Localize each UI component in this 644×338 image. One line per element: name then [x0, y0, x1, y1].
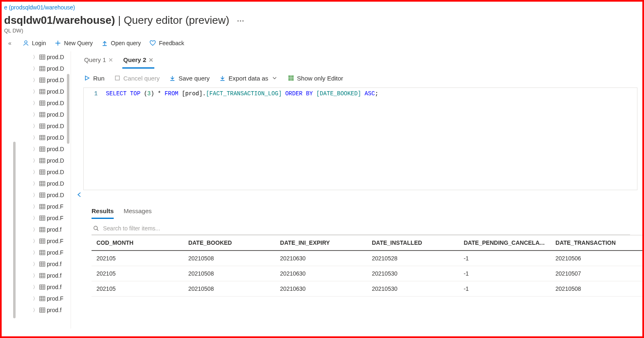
tree-item[interactable]: 〉prod.D	[33, 166, 71, 178]
chevron-right-icon: 〉	[33, 54, 38, 61]
tree-item[interactable]: 〉prod.D	[33, 143, 71, 155]
more-actions-button[interactable]: ⋯	[234, 16, 248, 25]
tree-item[interactable]: 〉prod.F	[33, 235, 71, 247]
tree-scrollbar[interactable]	[13, 142, 16, 318]
feedback-button[interactable]: Feedback	[149, 39, 184, 47]
tree-item[interactable]: 〉prod.D	[33, 63, 71, 74]
show-only-editor-button[interactable]: Show only Editor	[287, 74, 344, 82]
run-button[interactable]: Run	[83, 74, 105, 82]
tree-item[interactable]: 〉prod.D	[33, 86, 71, 97]
table-cell: -1	[459, 251, 551, 266]
column-header[interactable]: COD_MONTH	[92, 235, 183, 251]
query-tab-label: Query 1	[84, 56, 106, 63]
table-icon	[39, 262, 45, 267]
play-icon	[83, 74, 91, 82]
chevron-right-icon: 〉	[33, 123, 38, 130]
table-icon	[39, 124, 45, 129]
table-cell: 20210508	[183, 281, 275, 297]
tree-item-label: prod.D	[47, 77, 64, 83]
object-explorer: 〉prod.D〉prod.D〉prod.D〉prod.D〉prod.D〉prod…	[2, 51, 71, 329]
table-icon	[39, 55, 45, 60]
tree-item[interactable]: 〉prod.f	[33, 224, 71, 235]
tree-item[interactable]: 〉prod.F	[33, 212, 71, 224]
results-tab[interactable]: Results	[92, 207, 114, 219]
tree-item-label: prod.f	[47, 226, 62, 233]
table-cell: 20210530	[367, 266, 459, 281]
tree-item[interactable]: 〉prod.D	[33, 97, 71, 109]
tree-item[interactable]: 〉prod.D	[33, 74, 71, 86]
collapse-results-button[interactable]	[74, 190, 82, 201]
tree-item[interactable]: 〉prod.D	[33, 189, 71, 201]
svg-rect-21	[40, 101, 45, 106]
column-header[interactable]: DATE_INSTALLED	[367, 235, 459, 251]
sql-editor[interactable]: 1 SELECT TOP (3) * FROM [prod].[FACT_TRA…	[83, 87, 637, 190]
new-query-label: New Query	[64, 40, 93, 46]
tree-item[interactable]: 〉prod.F	[33, 201, 71, 212]
collapse-nav-button[interactable]: «	[6, 40, 14, 46]
table-icon	[39, 135, 45, 140]
messages-tab[interactable]: Messages	[124, 207, 151, 219]
query-tab[interactable]: Query 1✕	[83, 55, 114, 69]
tree-item[interactable]: 〉prod.f	[33, 304, 71, 316]
editor-scrollbar[interactable]	[67, 74, 69, 144]
tree-item-label: prod.D	[47, 180, 64, 187]
column-header[interactable]: DATE_INI_EXPIRY	[275, 235, 367, 251]
tree-item[interactable]: 〉prod.D	[33, 132, 71, 143]
table-row[interactable]: 202105202105082021063020210530-120210508	[92, 281, 642, 297]
tree-item[interactable]: 〉prod.D	[33, 178, 71, 189]
new-query-button[interactable]: New Query	[54, 39, 93, 47]
chevron-right-icon: 〉	[33, 226, 38, 233]
tree-item[interactable]: 〉prod.D	[33, 155, 71, 166]
breadcrumb[interactable]: e (prodsqldw01/warehouse)	[4, 2, 642, 11]
svg-rect-1	[40, 55, 45, 60]
tree-item[interactable]: 〉prod.f	[33, 270, 71, 281]
svg-rect-118	[290, 76, 291, 77]
table-row[interactable]: 202105202105082021063020210528-120210506	[92, 251, 642, 266]
tree-item[interactable]: 〉prod.F	[33, 247, 71, 258]
table-icon	[39, 308, 45, 313]
page-title: dsqldw01/warehouse) | Query editor (prev…	[4, 14, 642, 27]
svg-rect-124	[290, 79, 291, 80]
table-cell: 20210530	[367, 281, 459, 297]
table-cell: 20210507	[550, 266, 642, 281]
svg-rect-46	[40, 159, 45, 163]
results-search[interactable]	[92, 223, 630, 235]
results-search-input[interactable]	[103, 225, 629, 232]
table-icon	[39, 78, 45, 83]
svg-rect-11	[40, 78, 45, 83]
login-button[interactable]: Login	[22, 39, 46, 47]
table-cell: -1	[459, 281, 551, 297]
chevron-right-icon: 〉	[33, 284, 38, 291]
tree-item[interactable]: 〉prod.D	[33, 109, 71, 120]
tree-item[interactable]: 〉prod.f	[33, 281, 71, 293]
export-data-button[interactable]: Export data as	[219, 74, 278, 82]
table-cell: 202105	[92, 281, 183, 297]
column-header[interactable]: DATE_BOOKED	[183, 235, 275, 251]
tree-item[interactable]: 〉prod.D	[33, 120, 71, 132]
table-cell: 20210508	[550, 281, 642, 297]
tree-item[interactable]: 〉prod.F	[33, 293, 71, 304]
table-icon	[39, 66, 45, 71]
svg-rect-116	[115, 76, 119, 80]
results-table: COD_MONTHDATE_BOOKEDDATE_INI_EXPIRYDATE_…	[92, 235, 642, 297]
query-tab[interactable]: Query 2✕	[122, 55, 154, 69]
table-row[interactable]: 202105202105082021063020210530-120210507	[92, 266, 642, 281]
tree-item[interactable]: 〉prod.D	[33, 51, 71, 63]
chevron-right-icon: 〉	[33, 249, 38, 256]
result-tabs: Results Messages	[71, 201, 642, 219]
column-header[interactable]: DATE_TRANSACTION	[550, 235, 642, 251]
tree-item-label: prod.D	[47, 88, 64, 95]
column-header[interactable]: DATE_PENDING_CANCELATIO…	[459, 235, 551, 251]
plus-icon	[54, 39, 62, 47]
open-query-button[interactable]: Open query	[101, 39, 141, 47]
table-cell: 20210630	[275, 251, 367, 266]
close-icon[interactable]: ✕	[108, 57, 113, 63]
svg-rect-125	[292, 79, 293, 80]
close-icon[interactable]: ✕	[149, 57, 154, 63]
chevron-right-icon: 〉	[33, 77, 38, 84]
svg-rect-41	[40, 147, 45, 152]
tree-item[interactable]: 〉prod.f	[33, 258, 71, 270]
grid-icon	[287, 74, 295, 82]
save-query-button[interactable]: Save query	[169, 74, 210, 82]
svg-rect-120	[289, 78, 290, 79]
